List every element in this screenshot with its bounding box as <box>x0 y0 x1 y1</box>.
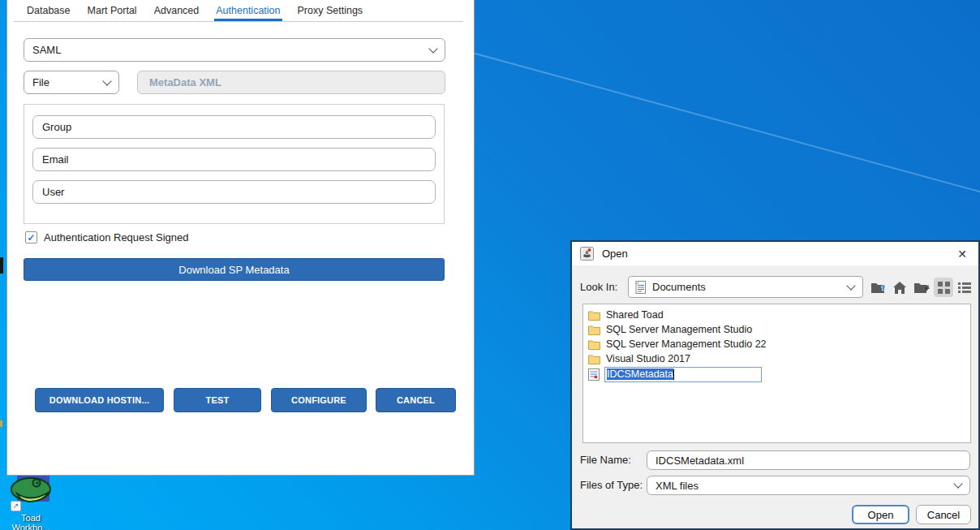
open-button[interactable]: Open <box>852 505 909 524</box>
text-caret <box>673 369 674 380</box>
home-button[interactable] <box>890 278 909 297</box>
shortcut-arrow-icon: ↗ <box>11 501 21 511</box>
grid-view-icon <box>938 282 950 294</box>
desktop-shortcut-toad[interactable]: ↗ Toad Workbo... <box>2 472 60 530</box>
files-of-type-value: XML files <box>655 480 698 492</box>
tab-mart-portal[interactable]: Mart Portal <box>86 0 139 21</box>
folder-icon <box>588 310 600 321</box>
tab-separator <box>14 21 463 22</box>
file-name: Shared Toad <box>606 309 664 321</box>
list-item[interactable]: SQL Server Management Studio <box>583 322 970 337</box>
folder-icon <box>588 339 600 350</box>
folder-icon <box>588 325 600 335</box>
metadata-source-value: File <box>32 76 49 88</box>
file-name-input[interactable] <box>647 450 970 470</box>
list-view-button[interactable] <box>955 278 974 297</box>
dialog-title: Open <box>602 248 628 260</box>
email-attribute-input[interactable] <box>32 148 436 171</box>
file-name-label: File Name: <box>580 454 631 466</box>
grid-view-button[interactable] <box>934 278 953 297</box>
tab-proxy-settings[interactable]: Proxy Settings <box>296 0 365 21</box>
auth-type-value: SAML <box>32 44 61 56</box>
open-file-dialog: Open ✕ Look In: Documents <box>570 240 980 530</box>
list-view-icon <box>958 282 971 293</box>
new-folder-button[interactable] <box>912 278 931 297</box>
shortcut-label-line1: Toad <box>2 513 60 523</box>
files-of-type-select[interactable]: XML files <box>647 476 970 495</box>
close-icon[interactable]: ✕ <box>957 248 967 261</box>
list-item[interactable]: Shared Toad <box>583 308 970 322</box>
download-hosting-button[interactable]: DOWNLOAD HOSTIN... <box>35 388 164 412</box>
tab-advanced[interactable]: Advanced <box>153 0 201 21</box>
look-in-value: Documents <box>652 281 706 293</box>
metadata-xml-field <box>137 71 445 94</box>
tab-database[interactable]: Database <box>25 0 72 21</box>
file-name: SQL Server Management Studio <box>606 324 752 335</box>
files-of-type-label: Files of Type: <box>580 479 643 491</box>
up-one-level-button[interactable] <box>869 278 888 297</box>
auth-type-select[interactable]: SAML <box>24 38 445 62</box>
auth-request-signed-label: Authentication Request Signed <box>44 231 189 243</box>
chevron-down-icon <box>846 281 855 290</box>
auth-request-signed-row: ✓ Authentication Request Signed <box>25 231 189 243</box>
list-item[interactable]: Visual Studio 2017 <box>583 351 970 366</box>
wallpaper-light-beam <box>466 50 980 206</box>
new-folder-icon <box>913 281 930 295</box>
look-in-label: Look In: <box>580 281 617 293</box>
dialog-titlebar[interactable]: Open ✕ <box>572 242 978 265</box>
chevron-down-icon <box>428 44 437 53</box>
user-attribute-input[interactable] <box>32 180 436 204</box>
chevron-down-icon <box>953 479 962 488</box>
shortcut-label-line2: Workbo... <box>2 523 60 530</box>
dialog-cancel-button[interactable]: Cancel <box>916 505 971 524</box>
cancel-button[interactable]: CANCEL <box>376 388 456 412</box>
look-in-select[interactable]: Documents <box>628 276 863 298</box>
background-window-edge <box>0 420 2 427</box>
rename-input[interactable]: IDCSMetadata <box>604 367 762 382</box>
tab-authentication[interactable]: Authentication <box>214 0 282 21</box>
test-button[interactable]: TEST <box>174 388 261 412</box>
metadata-source-select[interactable]: File <box>24 71 119 94</box>
up-folder-icon <box>870 280 887 295</box>
configure-button[interactable]: CONFIGURE <box>271 388 367 412</box>
download-sp-metadata-button[interactable]: Download SP Metadata <box>24 258 445 281</box>
settings-panel: Database Mart Portal Advanced Authentica… <box>6 0 475 476</box>
attribute-mapping-group <box>24 104 445 224</box>
selected-filename-text: IDCSMetadata <box>607 368 673 380</box>
file-list[interactable]: Shared Toad SQL Server Management Studio… <box>582 304 971 443</box>
file-name: Visual Studio 2017 <box>606 353 690 364</box>
tab-bar: Database Mart Portal Advanced Authentica… <box>25 0 474 21</box>
home-icon <box>892 281 907 295</box>
background-window-edge <box>0 257 3 274</box>
folder-icon <box>588 354 600 364</box>
documents-icon <box>635 281 647 294</box>
check-icon: ✓ <box>27 232 35 243</box>
xml-file-icon <box>588 368 600 381</box>
java-app-icon <box>580 247 594 261</box>
file-name: SQL Server Management Studio 22 <box>606 338 767 350</box>
group-attribute-input[interactable] <box>32 115 436 139</box>
auth-request-signed-checkbox[interactable]: ✓ <box>25 231 37 243</box>
list-item[interactable]: SQL Server Management Studio 22 <box>583 337 970 351</box>
list-item-editing[interactable]: IDCSMetadata <box>583 366 970 382</box>
chevron-down-icon <box>102 76 111 85</box>
